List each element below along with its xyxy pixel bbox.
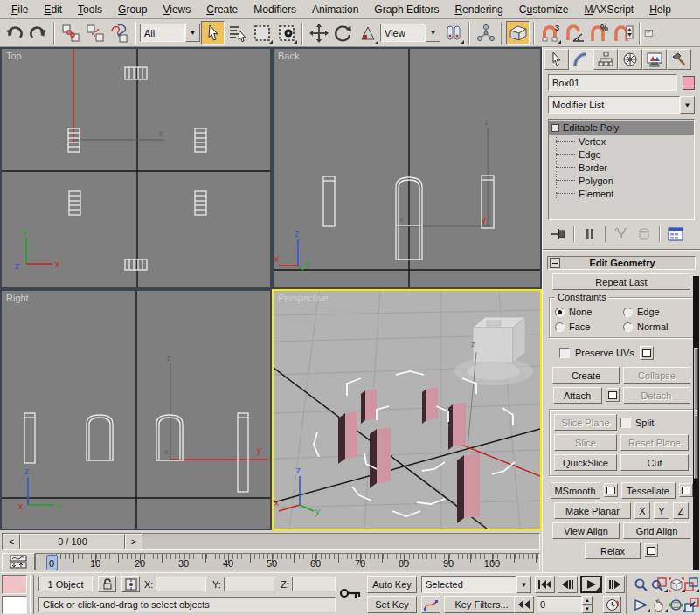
tab-display[interactable]: [642, 49, 667, 70]
spinner-snap-toggle[interactable]: [612, 21, 635, 45]
track-bar-ruler[interactable]: 0 10 20 30 40 50 60 70 80 90 100: [35, 553, 540, 570]
select-and-manipulate-button[interactable]: [474, 21, 497, 45]
z-coordinate-field[interactable]: [292, 577, 336, 591]
command-panel-scrollbar[interactable]: [693, 276, 699, 570]
menu-create[interactable]: Create: [198, 1, 246, 18]
viewport-top[interactable]: Top x: [0, 47, 272, 289]
collapse-button[interactable]: Collapse: [623, 367, 690, 384]
min-max-toggle-button[interactable]: [683, 596, 700, 613]
menu-graph-editors[interactable]: Graph Editors: [366, 1, 447, 18]
frame-number-control[interactable]: ▲ ▼: [537, 596, 593, 612]
attach-button[interactable]: Attach: [553, 387, 602, 404]
make-unique-button[interactable]: [611, 225, 632, 244]
viewport-back[interactable]: Back z x y: [272, 47, 542, 289]
tessellate-settings-button[interactable]: [679, 483, 693, 497]
menu-rendering[interactable]: Rendering: [447, 1, 510, 18]
play-animation-button[interactable]: [580, 576, 602, 593]
angle-snap-toggle[interactable]: [563, 21, 586, 45]
select-and-scale-button[interactable]: [356, 21, 379, 45]
collapse-minus-icon[interactable]: [551, 124, 559, 132]
open-mini-curve-editor-button[interactable]: [2, 553, 35, 570]
percent-snap-toggle[interactable]: %: [587, 21, 611, 45]
viewport-back-label[interactable]: Back: [278, 51, 299, 61]
menu-customize[interactable]: Customize: [511, 1, 577, 18]
frame-number-field[interactable]: [537, 596, 582, 612]
constraint-edge-radio[interactable]: Edge: [623, 307, 660, 317]
tab-hierarchy[interactable]: [593, 49, 618, 70]
relax-settings-button[interactable]: [644, 543, 658, 557]
constraint-normal-radio[interactable]: Normal: [623, 321, 668, 332]
pin-stack-button[interactable]: [548, 225, 569, 244]
planar-x-button[interactable]: X: [634, 502, 650, 519]
menu-edit[interactable]: Edit: [36, 1, 70, 18]
redo-button[interactable]: [26, 21, 50, 45]
configure-modifier-sets-button[interactable]: [665, 225, 686, 244]
chevron-down-icon[interactable]: ▼: [516, 576, 531, 593]
viewport-right-label[interactable]: Right: [6, 293, 29, 303]
next-frame-button[interactable]: [605, 576, 625, 593]
tessellate-button[interactable]: Tessellate: [621, 482, 676, 499]
object-name-field[interactable]: [548, 74, 677, 91]
edit-named-selection-sets-button[interactable]: [644, 21, 655, 45]
bind-to-space-warp-button[interactable]: [107, 21, 131, 45]
rollout-collapse-icon[interactable]: [550, 258, 560, 268]
chevron-down-icon[interactable]: ▼: [426, 24, 440, 42]
select-and-move-button[interactable]: [307, 21, 330, 45]
default-in-out-tangents-button[interactable]: [421, 596, 440, 613]
listener-splitter[interactable]: [30, 575, 34, 614]
menu-file[interactable]: File: [3, 1, 36, 18]
menu-help[interactable]: Help: [641, 1, 679, 18]
auto-key-button[interactable]: Auto Key: [367, 576, 417, 593]
viewport-perspective-label[interactable]: Perspective: [278, 293, 328, 303]
set-keys-key-icon[interactable]: [339, 584, 362, 603]
quickslice-button[interactable]: QuickSlice: [554, 454, 617, 471]
menu-maxscript[interactable]: MAXScript: [577, 1, 642, 18]
select-and-rotate-button[interactable]: [331, 21, 355, 45]
menu-views[interactable]: Views: [155, 1, 198, 18]
stack-item-polygon[interactable]: Polygon: [549, 174, 694, 187]
chevron-down-icon[interactable]: ▼: [185, 24, 200, 42]
modifier-list-dropdown[interactable]: Modifier List ▼: [548, 96, 695, 114]
tab-modify[interactable]: [569, 49, 593, 70]
attach-settings-button[interactable]: [606, 388, 620, 402]
preserve-uvs-checkbox[interactable]: [559, 348, 570, 358]
tab-utilities[interactable]: [667, 49, 691, 70]
menu-tools[interactable]: Tools: [70, 1, 110, 18]
spinner-down-icon[interactable]: ▼: [582, 605, 593, 613]
detach-button[interactable]: Detach: [623, 387, 690, 404]
viewport-top-label[interactable]: Top: [6, 51, 22, 61]
set-key-button[interactable]: Set Key: [367, 596, 417, 613]
planar-y-button[interactable]: Y: [654, 502, 669, 519]
time-configuration-button[interactable]: [603, 596, 621, 613]
relax-button[interactable]: Relax: [585, 542, 641, 559]
undo-button[interactable]: [2, 21, 25, 45]
constraint-face-radio[interactable]: Face: [555, 321, 623, 332]
scrollbar-thumb[interactable]: [694, 348, 698, 479]
split-checkbox-row[interactable]: Split: [620, 414, 689, 431]
stack-item-border[interactable]: Border: [549, 161, 694, 174]
viewport-perspective[interactable]: Perspective: [272, 289, 542, 530]
select-and-link-button[interactable]: [59, 21, 82, 45]
key-mode-toggle-button[interactable]: [514, 596, 534, 613]
maxscript-mini-listener-pink[interactable]: [2, 575, 27, 594]
time-slider[interactable]: 0 / 100: [20, 534, 125, 549]
rectangular-selection-region-button[interactable]: [250, 21, 274, 45]
spinner-up-icon[interactable]: ▲: [582, 596, 593, 605]
previous-frame-arrow[interactable]: <: [3, 534, 20, 549]
remove-modifier-button[interactable]: [634, 225, 655, 244]
show-end-result-button[interactable]: [579, 225, 600, 244]
slice-plane-button[interactable]: Slice Plane: [554, 414, 617, 431]
constraint-none-radio[interactable]: None: [555, 307, 623, 317]
keyboard-shortcut-override-toggle[interactable]: [506, 21, 530, 45]
menu-group[interactable]: Group: [110, 1, 155, 18]
stack-item-edge[interactable]: Edge: [549, 148, 694, 161]
cut-button[interactable]: Cut: [620, 454, 689, 471]
msmooth-button[interactable]: MSmooth: [551, 482, 600, 499]
chevron-down-icon[interactable]: ▼: [680, 96, 695, 114]
absolute-offset-mode-toggle[interactable]: [121, 576, 140, 592]
unlink-selection-button[interactable]: [83, 21, 107, 45]
stack-item-element[interactable]: Element: [549, 187, 694, 200]
go-to-start-button[interactable]: [535, 576, 555, 593]
zoom-extents-all-button[interactable]: [683, 576, 700, 593]
planar-z-button[interactable]: Z: [673, 502, 689, 519]
